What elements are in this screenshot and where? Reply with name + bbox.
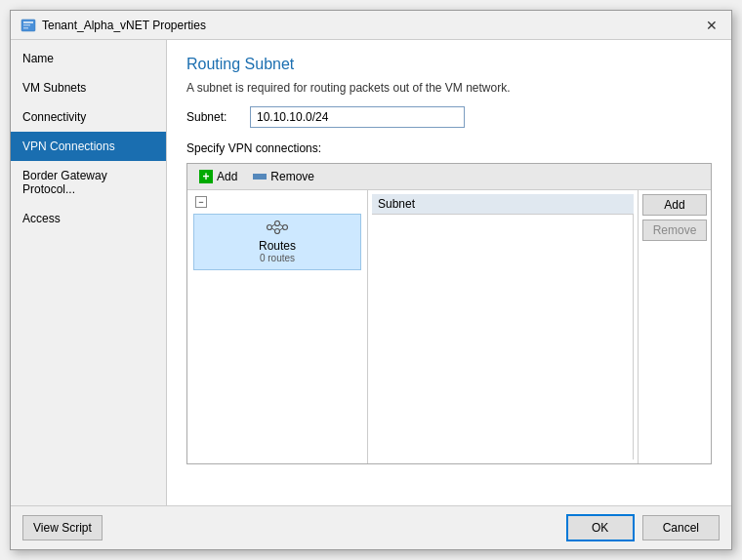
sidebar-item-access[interactable]: Access (11, 204, 166, 233)
svg-rect-1 (23, 21, 33, 23)
collapse-button[interactable]: − (195, 196, 207, 208)
routes-icon (267, 220, 288, 237)
svg-point-5 (275, 221, 280, 226)
section-title: Routing Subnet (186, 56, 712, 73)
detail-remove-button[interactable]: Remove (642, 220, 707, 241)
title-bar: Tenant_Alpha_vNET Properties ✕ (11, 11, 731, 40)
detail-add-button[interactable]: Add (642, 194, 707, 216)
close-button[interactable]: ✕ (702, 16, 721, 35)
sidebar: Name VM Subnets Connectivity VPN Connect… (11, 40, 167, 505)
subnet-input[interactable] (250, 106, 465, 128)
vpn-panel: + Add Remove − (186, 163, 712, 464)
dialog-footer: View Script OK Cancel (11, 505, 731, 549)
detail-header: Subnet (372, 194, 634, 215)
sidebar-item-name[interactable]: Name (11, 44, 166, 73)
vpn-detail: Subnet (368, 190, 638, 463)
svg-line-8 (272, 224, 275, 226)
add-icon: + (199, 170, 213, 183)
routes-sublabel: 0 routes (260, 253, 295, 263)
dialog-icon (21, 18, 36, 33)
svg-line-10 (280, 224, 283, 226)
sidebar-item-vm-subnets[interactable]: VM Subnets (11, 73, 166, 102)
dialog-title: Tenant_Alpha_vNET Properties (42, 19, 206, 32)
vpn-content: − (187, 190, 711, 463)
cancel-button[interactable]: Cancel (642, 515, 720, 540)
svg-line-11 (280, 228, 283, 230)
view-script-button[interactable]: View Script (22, 515, 103, 540)
add-vpn-button[interactable]: + Add (195, 168, 241, 185)
subnet-label: Subnet: (186, 110, 240, 124)
subnet-field-row: Subnet: (186, 106, 712, 128)
svg-rect-2 (23, 24, 30, 26)
sidebar-item-connectivity[interactable]: Connectivity (11, 102, 166, 132)
add-label: Add (217, 170, 237, 183)
section-desc: A subnet is required for routing packets… (186, 81, 712, 95)
svg-line-9 (272, 228, 275, 230)
svg-point-7 (283, 225, 288, 230)
detail-actions: Add Remove (638, 190, 711, 463)
sidebar-item-vpn-connections[interactable]: VPN Connections (11, 132, 166, 161)
subnet-header-label: Subnet (378, 197, 628, 211)
sidebar-item-border-gateway[interactable]: Border Gateway Protocol... (11, 161, 166, 204)
svg-rect-3 (23, 27, 28, 29)
routes-label: Routes (259, 239, 296, 253)
remove-label: Remove (270, 170, 314, 183)
tree-collapse[interactable]: − (191, 194, 363, 210)
vpn-toolbar: + Add Remove (187, 164, 711, 190)
routes-tree-item[interactable]: Routes 0 routes (193, 214, 361, 270)
dialog-body: Name VM Subnets Connectivity VPN Connect… (11, 40, 731, 505)
footer-left: View Script (22, 515, 103, 540)
title-bar-left: Tenant_Alpha_vNET Properties (21, 18, 206, 33)
ok-button[interactable]: OK (566, 514, 635, 541)
svg-point-6 (275, 229, 280, 234)
dialog-window: Tenant_Alpha_vNET Properties ✕ Name VM S… (10, 10, 732, 550)
remove-vpn-button[interactable]: Remove (249, 168, 318, 185)
specify-vpn-label: Specify VPN connections: (186, 141, 712, 155)
detail-list (372, 215, 634, 460)
vpn-tree: − (187, 190, 368, 463)
detail-main: Subnet Add Remove (368, 190, 711, 463)
svg-point-4 (268, 225, 272, 230)
main-content: Routing Subnet A subnet is required for … (167, 40, 731, 505)
footer-right: OK Cancel (566, 514, 720, 541)
remove-icon (253, 174, 267, 180)
